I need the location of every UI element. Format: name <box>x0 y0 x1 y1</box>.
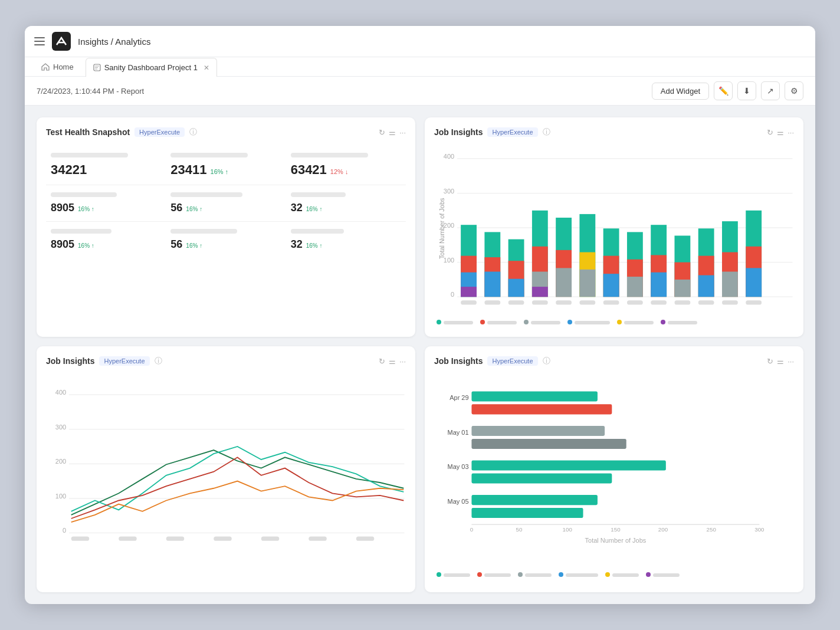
legend-dot-3 <box>524 320 529 324</box>
svg-text:0: 0 <box>470 526 474 533</box>
job-hbar-filter-icon[interactable]: ⚌ <box>777 357 784 366</box>
tabs-bar: Home Sanity Dashboard Project 1 ✕ <box>25 57 815 77</box>
health-cell-7: 8905 16% <box>46 222 166 258</box>
svg-rect-81 <box>261 537 279 541</box>
health-badge: HyperExecute <box>134 127 185 137</box>
health-cell-8: 56 16% <box>166 222 286 258</box>
badge-8: 16% <box>186 242 202 249</box>
job-bar-refresh-icon[interactable]: ↻ <box>767 128 773 137</box>
tab-icon <box>93 64 101 71</box>
svg-text:0: 0 <box>451 291 454 298</box>
bar-chart-svg: Total Number of Jobs 0 100 200 300 400 <box>434 146 794 311</box>
svg-rect-93 <box>471 474 612 484</box>
share-icon-btn[interactable]: ↗ <box>761 81 780 100</box>
badge-3: 12% <box>330 168 349 175</box>
health-info-icon[interactable]: ⓘ <box>189 127 197 137</box>
line-chart-svg: 0 100 200 300 400 <box>46 375 406 547</box>
job-bar-filter-icon[interactable]: ⚌ <box>777 128 784 137</box>
job-hbar-badge: HyperExecute <box>487 356 537 366</box>
health-cell-5: 56 16% <box>166 185 286 222</box>
svg-text:200: 200 <box>55 458 66 465</box>
settings-icon-btn[interactable]: ⚙ <box>785 81 803 100</box>
svg-text:300: 300 <box>754 526 764 533</box>
health-more-icon[interactable]: ··· <box>399 128 406 137</box>
tab-active[interactable]: Sanity Dashboard Project 1 ✕ <box>86 58 217 77</box>
legend-item-5 <box>617 319 654 326</box>
home-icon <box>41 63 50 71</box>
job-line-filter-icon[interactable]: ⚌ <box>389 357 396 366</box>
legend-label-3 <box>531 319 560 326</box>
svg-rect-61 <box>627 300 643 304</box>
job-bar-badge: HyperExecute <box>487 127 537 137</box>
legend-label-6 <box>668 319 697 326</box>
svg-rect-32 <box>579 270 595 297</box>
svg-rect-62 <box>651 300 667 304</box>
job-hbar-header-right: ↻ ⚌ ··· <box>767 357 794 366</box>
hbar-legend-item-4 <box>559 571 598 578</box>
svg-rect-54 <box>461 300 477 304</box>
health-cell-6: 32 16% <box>286 185 406 222</box>
health-filter-icon[interactable]: ⚌ <box>389 128 396 137</box>
job-hbar-header-left: Job Insights HyperExecute ⓘ <box>434 356 550 366</box>
job-line-header: Job Insights HyperExecute ⓘ ↻ ⚌ ··· <box>46 356 406 366</box>
edit-icon-btn[interactable]: ✏️ <box>714 81 733 100</box>
bar-chart-legend <box>434 319 794 326</box>
svg-text:100: 100 <box>444 257 454 264</box>
svg-rect-60 <box>603 300 619 304</box>
legend-item-2 <box>480 319 517 326</box>
add-widget-button[interactable]: Add Widget <box>652 83 709 100</box>
active-tab-label: Sanity Dashboard Project 1 <box>104 63 198 72</box>
job-hbar-info-icon[interactable]: ⓘ <box>543 356 550 366</box>
svg-rect-41 <box>651 273 667 297</box>
menu-icon[interactable] <box>34 37 45 45</box>
svg-text:May 05: May 05 <box>448 498 469 505</box>
legend-item-6 <box>661 319 697 326</box>
health-cell-1: 34221 <box>46 146 166 185</box>
job-insights-line-widget: Job Insights HyperExecute ⓘ ↻ ⚌ ··· 0 10… <box>37 346 415 592</box>
svg-rect-29 <box>556 268 572 297</box>
job-bar-more-icon[interactable]: ··· <box>788 128 794 137</box>
badge-2: 16% <box>211 168 229 175</box>
job-bar-header-right: ↻ ⚌ ··· <box>767 128 794 137</box>
hbar-legend-item-2 <box>477 571 511 578</box>
svg-rect-95 <box>471 508 583 518</box>
health-refresh-icon[interactable]: ↻ <box>379 128 385 137</box>
job-line-badge: HyperExecute <box>99 356 149 366</box>
hbar-chart: Apr 29 May 01 May 03 May 05 <box>434 375 794 580</box>
svg-rect-59 <box>579 300 595 304</box>
legend-dot-4 <box>567 320 572 324</box>
svg-rect-0 <box>52 32 71 51</box>
hbar-legend-label-3 <box>525 571 552 578</box>
tab-home[interactable]: Home <box>34 58 81 76</box>
job-bar-info-icon[interactable]: ⓘ <box>543 127 550 137</box>
hbar-legend-label-2 <box>484 571 511 578</box>
hbar-legend-item-3 <box>518 571 552 578</box>
job-hbar-refresh-icon[interactable]: ↻ <box>767 357 773 366</box>
svg-text:300: 300 <box>55 424 66 431</box>
job-line-refresh-icon[interactable]: ↻ <box>379 357 385 366</box>
svg-rect-92 <box>471 461 665 471</box>
report-timestamp: 7/24/2023, 1:10:44 PM - Report <box>37 87 144 96</box>
svg-text:200: 200 <box>444 222 454 229</box>
svg-rect-38 <box>627 277 643 297</box>
health-snapshot-header: Test Health Snapshot HyperExecute ⓘ ↻ ⚌ … <box>46 127 406 137</box>
svg-text:Apr 29: Apr 29 <box>449 394 468 401</box>
svg-rect-63 <box>674 300 690 304</box>
svg-rect-83 <box>356 537 374 541</box>
tab-close-icon[interactable]: ✕ <box>204 64 209 72</box>
legend-label-1 <box>444 319 473 326</box>
job-line-info-icon[interactable]: ⓘ <box>155 356 162 366</box>
home-tab-label: Home <box>53 63 74 71</box>
svg-text:100: 100 <box>563 526 573 533</box>
health-value-4: 8905 16% <box>51 202 161 214</box>
main-window: Insights / Analytics Home Sanity Dashboa… <box>25 26 815 604</box>
svg-text:50: 50 <box>516 526 523 533</box>
job-hbar-more-icon[interactable]: ··· <box>788 357 794 366</box>
svg-rect-55 <box>484 300 500 304</box>
svg-text:May 03: May 03 <box>448 463 469 470</box>
health-cell-4: 8905 16% <box>46 185 166 222</box>
job-line-header-left: Job Insights HyperExecute ⓘ <box>46 356 162 366</box>
download-icon-btn[interactable]: ⬇ <box>737 81 756 100</box>
job-bar-header-left: Job Insights HyperExecute ⓘ <box>434 127 550 137</box>
job-line-more-icon[interactable]: ··· <box>399 357 406 366</box>
